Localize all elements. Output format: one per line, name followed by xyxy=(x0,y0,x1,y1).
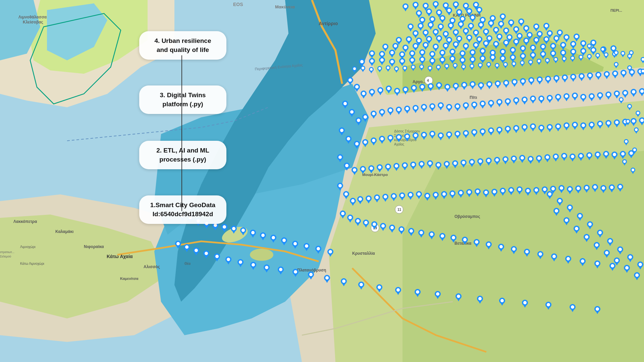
svg-text:4: 4 xyxy=(427,79,429,82)
svg-text:Κλείσοβας: Κλείσοβας xyxy=(23,20,43,24)
svg-text:στρατιωτ...: στρατιωτ... xyxy=(0,250,14,254)
svg-text:29: 29 xyxy=(373,226,377,230)
svg-text:Αλισσός: Αλισσός xyxy=(144,264,160,269)
map-svg: Λιμνοθάλασσα Κλείσοβας EOS Μακύνεια Αντί… xyxy=(0,0,644,362)
svg-text:και Χαράνδρου: και Χαράνδρου xyxy=(394,138,417,142)
svg-text:Λιμνοχώρι: Λιμνοχώρι xyxy=(20,245,36,249)
svg-text:Μουρί-Κάστρο: Μουρί-Κάστρο xyxy=(362,173,388,177)
svg-text:Αντίρριο: Αντίρριο xyxy=(319,21,338,26)
svg-text:Καλαμάκι: Καλαμάκι xyxy=(55,229,73,234)
svg-text:11: 11 xyxy=(397,208,401,212)
svg-text:Κάτω Λιμνοχώρι: Κάτω Λιμνοχώρι xyxy=(20,262,44,265)
svg-text:Αχαΐας: Αχαΐας xyxy=(394,142,404,146)
svg-text:EOS: EOS xyxy=(233,2,243,7)
svg-text:Δάσος Στίμαρρον: Δάσος Στίμαρρον xyxy=(394,129,420,133)
svg-text:Λακκόπετρα: Λακκόπετρα xyxy=(13,219,37,224)
svg-text:Βεταλίκα: Βεταλίκα xyxy=(454,241,472,246)
svg-text:Κρυσταλλία: Κρυσταλλία xyxy=(352,251,375,256)
svg-marker-11 xyxy=(402,151,644,362)
map-container: Λιμνοθάλασσα Κλείσοβας EOS Μακύνεια Αντί… xyxy=(0,0,644,362)
svg-text:Αργο...: Αργο... xyxy=(413,79,426,84)
svg-text:Σελεμού: Σελεμού xyxy=(394,134,407,137)
svg-text:Νιφοραίκα: Νιφοραίκα xyxy=(84,244,104,249)
svg-text:Οβρύσαμπος: Οβρύσαμπος xyxy=(454,214,480,219)
svg-text:Μακύνεια: Μακύνεια xyxy=(275,4,295,9)
svg-text:Καμενίτσα: Καμενίτσα xyxy=(120,277,139,281)
svg-text:Κάτω Αχαία: Κάτω Αχαία xyxy=(107,254,133,259)
svg-text:Λιμνοθάλασσα: Λιμνοθάλασσα xyxy=(18,15,47,19)
svg-point-18 xyxy=(250,249,273,261)
svg-text:Θέα: Θέα xyxy=(184,262,191,265)
svg-text:ΚΑΤΩ ΡΟΔΙΝΗ: ΚΑΤΩ ΡΟΔΙΝΗ xyxy=(453,13,481,18)
svg-text:ΠΕΡΙ...: ΠΕΡΙ... xyxy=(610,8,622,12)
svg-text:Πίτι: Πίτι xyxy=(470,95,477,100)
svg-text:Πλατανόβρυση: Πλατανόβρυση xyxy=(297,268,326,273)
svg-text:Σελεμού: Σελεμού xyxy=(0,255,11,258)
